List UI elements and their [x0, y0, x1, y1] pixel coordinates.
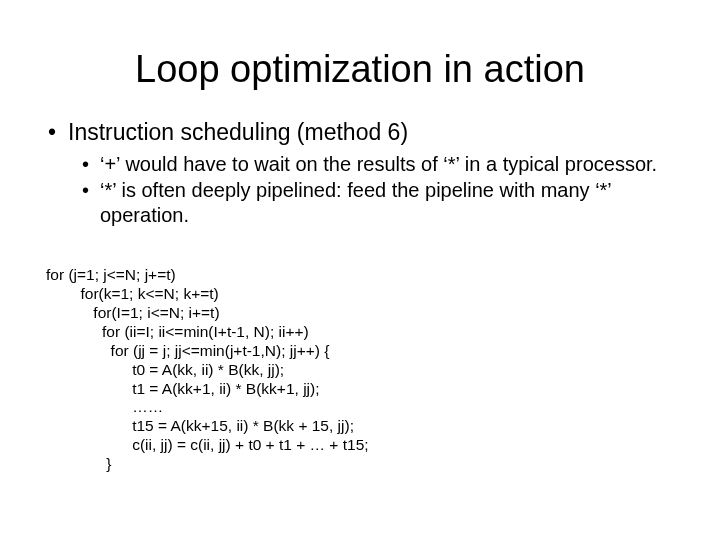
- code-line: t1 = A(kk+1, ii) * B(kk+1, jj);: [46, 380, 319, 397]
- slide-body: Instruction scheduling (method 6) ‘+’ wo…: [0, 119, 720, 474]
- bullet-level1: Instruction scheduling (method 6): [46, 119, 674, 146]
- bullet-level2-b: ‘*’ is often deeply pipelined: feed the …: [46, 178, 674, 227]
- code-line: for(I=1; i<=N; i+=t): [46, 304, 220, 321]
- code-line: ……: [46, 398, 163, 415]
- code-line: for (jj = j; jj<=min(j+t-1,N); jj++) {: [46, 342, 329, 359]
- code-line: t15 = A(kk+15, ii) * B(kk + 15, jj);: [46, 417, 354, 434]
- code-line: for (j=1; j<=N; j+=t): [46, 266, 176, 283]
- code-line: c(ii, jj) = c(ii, jj) + t0 + t1 + … + t1…: [46, 436, 369, 453]
- code-line: }: [46, 455, 111, 472]
- bullet-level2-a: ‘+’ would have to wait on the results of…: [46, 152, 674, 176]
- code-line: for (ii=I; ii<=min(I+t-1, N); ii++): [46, 323, 309, 340]
- code-line: for(k=1; k<=N; k+=t): [46, 285, 219, 302]
- code-block: for (j=1; j<=N; j+=t) for(k=1; k<=N; k+=…: [46, 247, 674, 474]
- slide-title: Loop optimization in action: [0, 0, 720, 119]
- code-line: t0 = A(kk, ii) * B(kk, jj);: [46, 361, 284, 378]
